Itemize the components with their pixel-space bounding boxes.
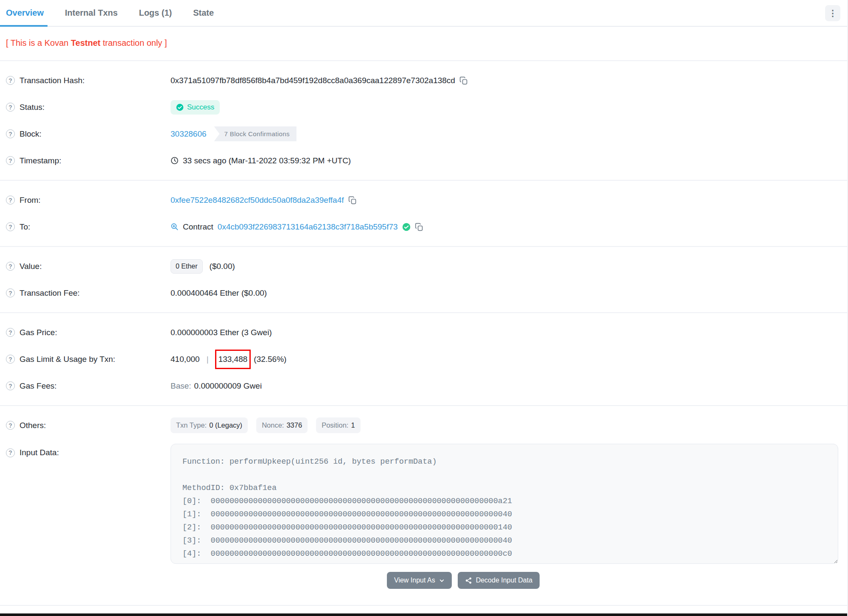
row-label: Transaction Fee: (20, 288, 80, 298)
txn-type-label: Txn Type: (176, 421, 207, 429)
row-label: Gas Limit & Usage by Txn: (20, 355, 115, 364)
verified-check-icon (402, 223, 411, 231)
block-number-link[interactable]: 30328606 (171, 129, 207, 139)
help-icon[interactable]: ? (6, 381, 15, 390)
value-usd: ($0.00) (210, 262, 235, 271)
view-input-as-button[interactable]: View Input As (387, 572, 452, 589)
timestamp-value: 33 secs ago (Mar-11-2022 03:59:32 PM +UT… (183, 156, 351, 165)
txn-type-badge: Txn Type: 0 (Legacy) (171, 417, 248, 433)
section-addresses: ? From: 0xfee7522e8482682cf50ddc50a0f8da… (0, 181, 847, 247)
nonce-value: 3376 (286, 421, 302, 429)
help-icon[interactable]: ? (6, 421, 15, 430)
decode-input-data-label: Decode Input Data (476, 577, 532, 584)
row-label: Others: (20, 421, 46, 430)
tab-overview[interactable]: Overview (6, 8, 44, 18)
status-badge: Success (171, 100, 220, 115)
row-value: ? Value: 0 Ether ($0.00) (0, 253, 847, 280)
to-address-link[interactable]: 0x4cb093f226983713164a62138c3f718a5b595f… (218, 222, 398, 232)
gas-fees-base-label: Base: (171, 381, 191, 391)
help-icon[interactable]: ? (6, 448, 15, 457)
row-status: ? Status: Success (0, 94, 847, 120)
row-label: Timestamp: (20, 156, 62, 165)
row-transaction-hash: ? Transaction Hash: 0x371a51097fb78df856… (0, 67, 847, 94)
gas-limit-separator: | (207, 355, 209, 364)
tab-state[interactable]: State (193, 8, 214, 18)
status-text: Success (187, 103, 214, 112)
tab-bar: Overview Internal Txns Logs (1) State ⋮ (0, 0, 847, 27)
copy-icon[interactable] (348, 196, 357, 204)
tab-internal-txns[interactable]: Internal Txns (65, 8, 118, 18)
gas-fees-base-value: 0.000000009 Gwei (194, 381, 262, 391)
row-block: ? Block: 30328606 7 Block Confirmations (0, 120, 847, 147)
annotation-highlight-box: 133,488 (215, 350, 251, 369)
position-label: Position: (322, 421, 348, 429)
row-label: Transaction Hash: (20, 76, 84, 85)
row-label: From: (20, 196, 41, 205)
clock-icon (171, 157, 179, 165)
to-contract-prefix: Contract (183, 222, 213, 232)
value-badge: 0 Ether (171, 259, 203, 274)
window-bottom-edge (0, 613, 847, 616)
help-icon[interactable]: ? (6, 262, 15, 271)
row-label: To: (20, 222, 30, 232)
row-gas-limit-usage: ? Gas Limit & Usage by Txn: 410,000 | 13… (0, 346, 847, 372)
help-icon[interactable]: ? (6, 222, 15, 231)
section-overview-top: ? Transaction Hash: 0x371a51097fb78df856… (0, 61, 847, 181)
active-tab-underline (0, 25, 48, 27)
row-others: ? Others: Txn Type: 0 (Legacy) Nonce: 33… (0, 412, 847, 439)
check-circle-icon (176, 104, 184, 111)
section-gas: ? Gas Price: 0.000000003 Ether (3 Gwei) … (0, 313, 847, 406)
row-label: Block: (20, 129, 42, 139)
row-timestamp: ? Timestamp: 33 secs ago (Mar-11-2022 03… (0, 147, 847, 174)
section-others-input: ? Others: Txn Type: 0 (Legacy) Nonce: 33… (0, 406, 847, 606)
transaction-hash-value: 0x371a51097fb78df856f8b4a7bd459f192d8cc8… (171, 76, 455, 85)
row-label: Status: (20, 103, 45, 112)
gas-used-percent: (32.56%) (254, 355, 286, 364)
copy-icon[interactable] (459, 76, 468, 85)
notice-bold: Testnet (71, 38, 101, 48)
help-icon[interactable]: ? (6, 129, 15, 138)
row-label: Value: (20, 262, 42, 271)
row-transaction-fee: ? Transaction Fee: 0.000400464 Ether ($0… (0, 280, 847, 306)
kebab-menu-button[interactable]: ⋮ (825, 5, 840, 21)
copy-icon[interactable] (415, 223, 423, 231)
section-value-fee: ? Value: 0 Ether ($0.00) ? Transaction F… (0, 247, 847, 313)
transaction-page: { "colors": { "accent_blue": "#3498db", … (0, 0, 848, 616)
decode-input-data-button[interactable]: Decode Input Data (458, 572, 540, 589)
help-icon[interactable]: ? (6, 328, 15, 337)
transaction-fee-value: 0.000400464 Ether ($0.00) (171, 288, 267, 298)
notice-prefix: [ This is a Kovan (6, 38, 71, 48)
row-from: ? From: 0xfee7522e8482682cf50ddc50a0f8da… (0, 187, 847, 213)
row-gas-price: ? Gas Price: 0.000000003 Ether (3 Gwei) (0, 319, 847, 346)
chevron-down-icon (439, 578, 445, 583)
help-icon[interactable]: ? (6, 288, 15, 297)
gas-price-value: 0.000000003 Ether (3 Gwei) (171, 328, 272, 337)
block-confirmations-badge: 7 Block Confirmations (214, 126, 297, 141)
from-address-link[interactable]: 0xfee7522e8482682cf50ddc50a0f8da2a39effa… (171, 196, 344, 205)
help-icon[interactable]: ? (6, 156, 15, 165)
position-badge: Position: 1 (316, 417, 360, 433)
help-icon[interactable]: ? (6, 355, 15, 364)
help-icon[interactable]: ? (6, 196, 15, 204)
testnet-notice: [ This is a Kovan Testnet transaction on… (0, 27, 847, 61)
row-to: ? To: Contract 0x4cb093f226983713164a621… (0, 213, 847, 240)
decode-nodes-icon (465, 577, 472, 584)
row-label: Input Data: (20, 448, 59, 457)
gas-used-value: 133,488 (218, 355, 248, 364)
input-data-actions: View Input As Decode Input Data (387, 572, 838, 589)
magnifier-plus-icon[interactable] (171, 223, 179, 231)
tab-logs[interactable]: Logs (1) (139, 8, 172, 18)
view-input-as-label: View Input As (394, 577, 435, 584)
row-gas-fees: ? Gas Fees: Base: 0.000000009 Gwei (0, 372, 847, 399)
txn-type-value: 0 (Legacy) (209, 421, 242, 429)
row-label: Gas Fees: (20, 381, 57, 391)
row-input-data: ? Input Data: View Input As Decode Input… (0, 444, 847, 589)
row-label: Gas Price: (20, 328, 57, 337)
help-icon[interactable]: ? (6, 103, 15, 112)
nonce-badge: Nonce: 3376 (256, 417, 308, 433)
nonce-label: Nonce: (262, 421, 284, 429)
position-value: 1 (351, 421, 355, 429)
input-data-textarea[interactable] (171, 444, 838, 564)
help-icon[interactable]: ? (6, 76, 15, 85)
notice-suffix: transaction only ] (101, 38, 167, 48)
